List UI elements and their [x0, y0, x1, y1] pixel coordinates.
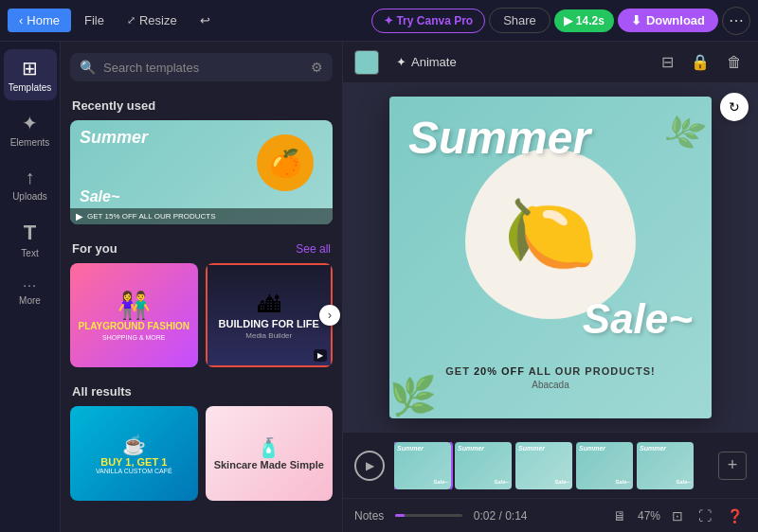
leaf-right-icon: 🌿 [661, 109, 709, 155]
play-icon: ▶ [564, 14, 572, 27]
for-you-list: 👫 playground fashion SHOPPING & MORE 🏙 B… [61, 263, 342, 379]
canvas-area: ✦ Animate ⊟ 🔒 🗑 Summer 🌿 🌿 [343, 42, 758, 532]
fruit-bowl-icon: 🍋 [503, 189, 598, 278]
delete-icon-button[interactable]: 🗑 [722, 49, 747, 76]
animate-label: Animate [411, 55, 457, 69]
progress-bar [395, 514, 461, 517]
card-skincare-bg: 🧴 Skincare Made Simple [206, 406, 334, 501]
design-card[interactable]: Summer 🌿 🌿 🍋 Sale~ GET 20% OFF ALL OUR P… [389, 97, 712, 418]
for-you-title: For you [72, 241, 117, 256]
for-you-section: For you See all 👫 playground fashion SHO… [61, 236, 342, 379]
for-you-card-building[interactable]: 🏙 BUILDING FOR LIFE Media Builder ▶ [206, 263, 334, 367]
undo-button[interactable]: ↩ [190, 9, 220, 32]
home-button[interactable]: ‹ Home [8, 9, 71, 32]
layout-icon-button[interactable]: ⊟ [657, 48, 678, 76]
timer-button[interactable]: ▶ 14.2s [554, 9, 614, 32]
sidebar-item-elements[interactable]: ✦ Elements [4, 104, 57, 155]
recently-card-bg: Summer 🍊 Sale~ ▶ GET 15% OFF ALL OUR PRO… [70, 120, 333, 224]
next-arrow-button[interactable]: › [319, 305, 340, 326]
for-you-card-fashion[interactable]: 👫 playground fashion SHOPPING & MORE [70, 263, 198, 367]
more-icon: ··· [23, 277, 37, 293]
elements-label: Elements [10, 137, 50, 148]
sidebar-item-more[interactable]: ··· More [4, 270, 57, 313]
progress-fill [395, 514, 405, 517]
result-card-buy[interactable]: ☕ BUY 1, GET 1 VANILLA CUSTOM CAFÉ [70, 406, 198, 501]
card-summer-text: Summer [80, 128, 148, 148]
design-title-text: Summer [408, 115, 590, 161]
monitor-icon-button[interactable]: 🖥 [609, 505, 630, 527]
result-card-skincare[interactable]: 🧴 Skincare Made Simple [206, 406, 334, 501]
fashion-figure-icon: 👫 [117, 290, 151, 321]
notes-label: Notes [354, 509, 384, 523]
sidebar-item-templates[interactable]: ⊞ Templates [4, 49, 57, 100]
design-image-circle: 🍋 [465, 149, 636, 319]
fullscreen-button[interactable]: ⛶ [695, 505, 715, 527]
fashion-subtitle: SHOPPING & MORE [102, 334, 166, 341]
sidebar-item-text[interactable]: T Text [4, 213, 57, 266]
lock-icon-button[interactable]: 🔒 [686, 48, 714, 76]
resize-button[interactable]: ⤢ Resize [117, 9, 187, 32]
bottom-bar: Notes 0:02 / 0:14 🖥 47% ⊡ ⛶ ❓ [343, 498, 758, 532]
topbar: ‹ Home File ⤢ Resize ↩ ✦ Try Canva Pro S… [0, 0, 758, 42]
building-subtitle: Media Builder [245, 331, 292, 340]
filter-icon[interactable]: ⚙ [311, 60, 323, 75]
thumbnail-4[interactable]: Summer Sale~ [576, 442, 633, 489]
play-icon: ▶ [366, 459, 374, 472]
recently-card-summer-sale[interactable]: Summer 🍊 Sale~ ▶ GET 15% OFF ALL OUR PRO… [70, 120, 333, 224]
sidebar-item-uploads[interactable]: ↑ Uploads [4, 159, 57, 209]
zoom-display: 47% [638, 509, 660, 523]
buy-title: BUY 1, GET 1 [100, 456, 167, 468]
download-button[interactable]: ⬇ Download [618, 9, 718, 32]
zoom-icon-button[interactable]: ⊡ [668, 505, 687, 527]
thumbnail-2[interactable]: Summer Sale~ [455, 442, 512, 489]
more-label: More [19, 295, 41, 306]
color-swatch[interactable] [354, 50, 379, 75]
search-input[interactable] [103, 61, 303, 75]
recently-used-title: Recently used [72, 98, 155, 113]
for-you-grid: 👫 playground fashion SHOPPING & MORE 🏙 B… [70, 263, 333, 367]
all-results-title: All results [72, 384, 132, 399]
share-button[interactable]: Share [489, 8, 550, 33]
all-results-section: All results ☕ BUY 1, GET 1 VANILLA CUSTO… [61, 379, 342, 512]
star-icon: ✦ [384, 14, 393, 27]
results-grid: ☕ BUY 1, GET 1 VANILLA CUSTOM CAFÉ 🧴 Ski… [70, 406, 333, 501]
help-button[interactable]: ❓ [723, 505, 747, 527]
all-results-list: ☕ BUY 1, GET 1 VANILLA CUSTOM CAFÉ 🧴 Ski… [61, 406, 342, 512]
card-bottom-bar: ▶ GET 15% OFF ALL OUR PRODUCTS [70, 208, 333, 224]
recently-used-header: Recently used [61, 93, 342, 120]
try-canva-button[interactable]: ✦ Try Canva Pro [371, 9, 485, 33]
fullscreen-icon: ⛶ [698, 508, 712, 523]
recently-used-section: Recently used Summer 🍊 Sale~ ▶ GET 15% O… [61, 93, 342, 236]
card-fashion-bg: 👫 playground fashion SHOPPING & MORE [70, 263, 198, 367]
canvas-toolbar: ✦ Animate ⊟ 🔒 🗑 [343, 42, 758, 83]
thumbnail-3[interactable]: Summer Sale~ [515, 442, 572, 489]
design-sale-text: Sale~ [583, 295, 693, 343]
search-bar: 🔍 ⚙ [70, 53, 333, 81]
discount-text: GET 20% OFF ALL OUR PRODUCTS! [389, 365, 712, 377]
templates-label: Templates [9, 82, 52, 93]
uploads-label: Uploads [12, 191, 47, 202]
play-timeline-button[interactable]: ▶ [354, 451, 385, 481]
thumbnail-5[interactable]: Summer Sale~ [637, 442, 694, 489]
file-button[interactable]: File [75, 9, 114, 32]
canvas-canvas: Summer 🌿 🌿 🍋 Sale~ GET 20% OFF ALL OUR P… [343, 83, 758, 432]
add-page-button[interactable]: + [718, 452, 747, 480]
plus-icon: + [728, 455, 738, 475]
thumbnail-1[interactable]: Summer Sale~ [394, 442, 451, 489]
see-all-button[interactable]: See all [296, 242, 331, 256]
search-icon: 🔍 [80, 60, 96, 75]
card-buy-bg: ☕ BUY 1, GET 1 VANILLA CUSTOM CAFÉ [70, 406, 198, 501]
recently-used-list: Summer 🍊 Sale~ ▶ GET 15% OFF ALL OUR PRO… [61, 120, 342, 236]
brand-name: Abacada [389, 380, 712, 390]
refresh-button[interactable]: ↻ [720, 93, 749, 121]
trash-icon: 🗑 [727, 54, 742, 71]
download-icon: ⬇ [631, 13, 641, 27]
text-label: Text [21, 248, 38, 258]
all-results-header: All results [61, 379, 342, 406]
card-fruit-icon: 🍊 [257, 134, 314, 191]
lock-icon: 🔒 [691, 53, 710, 71]
animate-button[interactable]: ✦ Animate [387, 50, 466, 74]
chevron-left-icon: ‹ [19, 13, 23, 27]
undo-icon: ↩ [200, 13, 210, 27]
more-options-button[interactable]: ⋯ [722, 7, 750, 35]
